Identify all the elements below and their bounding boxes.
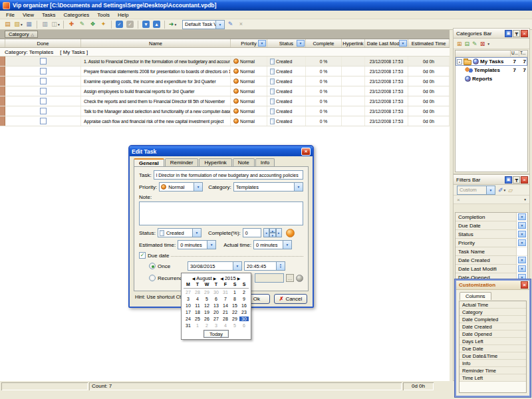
- toolbar-overflow-icon[interactable]: ▾: [524, 198, 526, 201]
- calendar-day[interactable]: 27: [211, 317, 221, 321]
- toolbar-overflow-icon[interactable]: ▾: [487, 42, 489, 46]
- filter-dropdown-icon[interactable]: ▾: [518, 222, 526, 229]
- print-button[interactable]: ▥: [40, 20, 50, 29]
- filter-dropdown-icon[interactable]: ▾: [518, 231, 526, 237]
- calendar-day[interactable]: 21: [221, 310, 230, 315]
- prev-month-icon[interactable]: ◀: [192, 276, 196, 281]
- open-button[interactable]: ▧▾: [13, 20, 23, 29]
- column-item-date-opened[interactable]: Date Opened: [460, 331, 526, 338]
- move-down-button[interactable]: ▼: [141, 20, 151, 29]
- column-item-reminder-time[interactable]: Reminder Time: [460, 367, 526, 374]
- category-item-templates[interactable]: Templates77: [456, 66, 527, 74]
- delete-view-button[interactable]: ×: [236, 20, 246, 29]
- filter-row-task-name[interactable]: Task Name: [456, 247, 527, 256]
- filter-dropdown-icon[interactable]: ▾: [518, 265, 526, 272]
- priority-wheel-button[interactable]: [286, 229, 295, 237]
- task-row[interactable]: Prepare financial statements 2008 for pr…: [0, 66, 450, 76]
- calendar-day[interactable]: 20: [211, 310, 221, 315]
- menu-file[interactable]: File: [2, 11, 19, 19]
- close-icon[interactable]: ×: [521, 30, 528, 37]
- duplicate-task-button[interactable]: ❖: [88, 20, 98, 29]
- calendar-day[interactable]: 7: [221, 297, 230, 301]
- column-header-hyperlink[interactable]: Hyperlink: [342, 39, 365, 47]
- next-year-icon[interactable]: ▶: [237, 276, 241, 281]
- filter-dropdown-icon[interactable]: ▾: [518, 239, 526, 246]
- filter-row-status[interactable]: Status▾: [456, 230, 527, 239]
- new-button[interactable]: ▤: [3, 20, 13, 29]
- calendar-day[interactable]: 1: [193, 323, 202, 328]
- filter-dropdown-icon[interactable]: ▾: [297, 40, 305, 47]
- recurrence-browse-button[interactable]: …: [286, 274, 294, 282]
- calendar-day[interactable]: 1: [230, 290, 239, 295]
- pin-icon[interactable]: ┳: [513, 30, 520, 37]
- estimated-time-combo[interactable]: 0 minutes ▾: [178, 240, 216, 249]
- filter-dropdown-icon[interactable]: ▾: [518, 213, 526, 220]
- filter-preset-combo[interactable]: Custom ▾: [457, 186, 495, 195]
- filter-dropdown-icon[interactable]: ▾: [399, 40, 407, 47]
- menu-tasks[interactable]: Tasks: [38, 11, 59, 19]
- chevron-down-icon[interactable]: ▾: [486, 186, 495, 194]
- column-header-estimated-time[interactable]: Estimated Time: [408, 39, 450, 47]
- task-row[interactable]: Appraise cash flow and financial risk of…: [0, 116, 450, 126]
- calendar-day[interactable]: 17: [184, 310, 193, 315]
- collapse-icon[interactable]: -: [457, 59, 462, 65]
- chevron-down-icon[interactable]: ▾: [215, 21, 224, 29]
- menu-categories[interactable]: Categories: [60, 11, 94, 19]
- time-spin-icons[interactable]: ▴▾: [276, 262, 285, 270]
- once-radio[interactable]: [149, 263, 156, 269]
- calendar-day[interactable]: 28: [221, 317, 230, 321]
- filter-row-priority[interactable]: Priority▾: [456, 239, 527, 247]
- category-item-reports[interactable]: Reports: [456, 74, 527, 83]
- calendar-day[interactable]: 4: [193, 297, 202, 301]
- calendar-day[interactable]: 24: [184, 317, 193, 321]
- close-icon[interactable]: ×: [521, 281, 528, 289]
- tab-hyperlink[interactable]: Hyperlink: [199, 158, 231, 166]
- clear-filter-button[interactable]: ▱: [508, 187, 513, 194]
- spin-up-icon[interactable]: ▴: [269, 228, 276, 233]
- spin-down-icon[interactable]: ▾: [269, 233, 276, 237]
- delete-filter-icon[interactable]: ×: [457, 197, 460, 203]
- status-combo[interactable]: Created ▾: [158, 228, 201, 237]
- calendar-day[interactable]: 6: [211, 297, 221, 301]
- column-item-due-date[interactable]: Due Date: [460, 345, 526, 352]
- column-item-category[interactable]: Category: [460, 309, 526, 316]
- tab-note[interactable]: Note: [233, 158, 255, 166]
- task-row[interactable]: Examine operating costs, the income and …: [0, 76, 450, 86]
- due-date-checkbox[interactable]: ✓: [139, 252, 146, 259]
- column-header-status[interactable]: Status▾: [267, 39, 306, 47]
- calendar-day[interactable]: 31: [221, 290, 230, 295]
- due-time-spinner[interactable]: 20:45:45 ▴▾: [244, 261, 285, 271]
- column-header-complete[interactable]: Complete: [306, 39, 342, 47]
- calendar-day[interactable]: 15: [230, 303, 239, 308]
- calendar-day[interactable]: 5: [230, 323, 239, 328]
- recurrence-radio[interactable]: [149, 275, 156, 281]
- calendar-day-selected[interactable]: 30: [239, 317, 249, 321]
- column-item-due-date-time[interactable]: Due Date&Time: [460, 352, 526, 360]
- calendar-day[interactable]: 9: [239, 297, 249, 301]
- save-button[interactable]: ▦: [24, 20, 34, 29]
- chevron-down-icon[interactable]: ▾: [233, 262, 241, 270]
- task-checkbox[interactable]: [40, 98, 47, 104]
- recurrence-wheel-button[interactable]: [296, 275, 303, 282]
- attach-hyperlink-button[interactable]: ✦: [98, 20, 108, 29]
- calendar-day[interactable]: 3: [211, 323, 221, 328]
- calendar-day[interactable]: 11: [193, 303, 202, 308]
- filter-row-due-date[interactable]: Due Date▾: [456, 221, 527, 230]
- filter-row-completion[interactable]: Completion▾: [456, 213, 527, 221]
- task-checkbox[interactable]: [40, 68, 47, 74]
- column-header-done[interactable]: Done: [5, 39, 81, 47]
- note-input[interactable]: [139, 201, 303, 225]
- calendar-day[interactable]: 16: [239, 303, 249, 308]
- title-bar[interactable]: Vip organizer [C:\Documents and Settings…: [0, 0, 532, 11]
- priority-combo[interactable]: Normal ▾: [159, 182, 203, 192]
- calendar-day[interactable]: 3: [184, 297, 193, 301]
- calendar-day[interactable]: 14: [221, 303, 230, 308]
- column-header-date-last-modified[interactable]: Date Last Modifie▾: [365, 39, 408, 47]
- calendar-day[interactable]: 13: [211, 303, 221, 308]
- calendar-day[interactable]: 31: [184, 323, 193, 328]
- group-chip-category[interactable]: Category △: [5, 31, 38, 38]
- calendar-day[interactable]: 2: [239, 290, 249, 295]
- close-icon[interactable]: ×: [521, 176, 528, 184]
- tab-columns[interactable]: Columns: [460, 292, 491, 300]
- task-row[interactable]: Check the reports and send them to Finan…: [0, 96, 450, 106]
